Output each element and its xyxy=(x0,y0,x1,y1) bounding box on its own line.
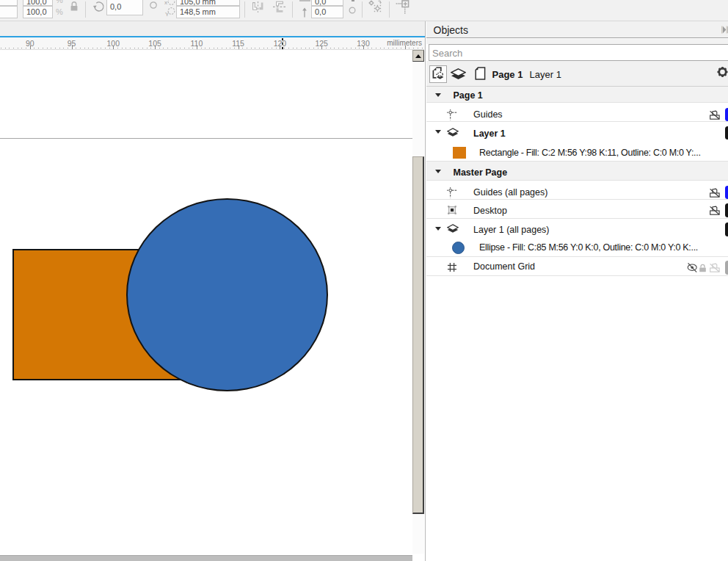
ruler-minor-tick xyxy=(138,48,139,49)
ruler-minor-tick xyxy=(1,48,1,49)
printer-icon[interactable] xyxy=(710,206,720,215)
ruler-minor-tick xyxy=(214,48,214,49)
ruler-minor-tick xyxy=(293,48,294,49)
outline-width-icon-cut xyxy=(299,0,310,1)
expand-triangle-icon[interactable] xyxy=(435,227,441,231)
mirror-horizontal-icon[interactable] xyxy=(252,1,264,13)
search-input[interactable]: Search xyxy=(429,44,728,61)
snap-icon[interactable] xyxy=(368,0,383,15)
circle-icon-2 xyxy=(349,7,356,14)
layers-tree: Page 1 Guides Layer 1 Rectangle - Fill: … xyxy=(426,87,728,276)
expand-triangle-icon[interactable] xyxy=(435,170,441,173)
gear-icon[interactable] xyxy=(717,65,728,79)
rotate-icon xyxy=(92,1,106,13)
collapse-docker-icon[interactable] xyxy=(721,26,728,34)
offset-y-field[interactable]: 0,0 xyxy=(311,6,343,18)
lock-icon[interactable] xyxy=(699,264,707,272)
tree-row-label: Layer 1 (all pages) xyxy=(473,225,550,235)
lock-ratio-icon[interactable] xyxy=(70,1,79,12)
ruler-minor-tick xyxy=(109,48,110,49)
tree-row-label: Master Page xyxy=(454,167,508,178)
desktop-icon xyxy=(447,205,457,215)
cut-icon-remnant xyxy=(352,0,355,1)
drawing-canvas[interactable] xyxy=(0,50,425,561)
tree-row-guidesall[interactable]: Guides (all pages) xyxy=(426,181,728,200)
ruler-label: 95 xyxy=(68,39,76,48)
grid-icon xyxy=(447,262,457,272)
scale-x-field[interactable]: 100,0 xyxy=(23,0,53,6)
ruler-minor-tick xyxy=(422,48,423,49)
tree-row-master[interactable]: Master Page xyxy=(426,162,728,181)
rectangle-color-swatch[interactable] xyxy=(453,147,466,159)
tree-row-desktop[interactable]: Desktop xyxy=(426,200,728,219)
objects-docker: Objects Search xyxy=(426,21,728,561)
printer-icon[interactable] xyxy=(710,188,720,198)
printer-light-icon[interactable] xyxy=(710,263,720,272)
mirror-vertical-icon[interactable] xyxy=(272,1,286,13)
separator xyxy=(292,1,293,18)
layer-color-bar[interactable] xyxy=(725,108,728,122)
layer-color-bar[interactable] xyxy=(725,222,728,236)
layer-color-bar[interactable] xyxy=(725,126,728,140)
ruler-minor-tick xyxy=(305,48,306,49)
horizontal-scrollbar-thumb[interactable] xyxy=(0,555,412,561)
page-icon[interactable] xyxy=(475,67,486,80)
ruler-minor-tick xyxy=(251,48,252,49)
tree-row-docgrid[interactable]: Document Grid xyxy=(426,257,728,276)
vertical-scrollbar-up-button[interactable] xyxy=(412,50,424,62)
ruler-area: millimeters 9095100105110115120125130 xyxy=(0,21,425,50)
ruler-minor-tick xyxy=(80,48,81,49)
tree-row-page1[interactable]: Page 1 xyxy=(426,87,728,103)
search-placeholder: Search xyxy=(432,48,462,59)
ruler-label: 100 xyxy=(107,39,120,48)
tree-row-label: Guides (all pages) xyxy=(473,187,547,198)
treat-as-filled-icon[interactable] xyxy=(393,0,410,18)
layer-color-bar[interactable] xyxy=(725,186,728,200)
position-x-field[interactable] xyxy=(0,0,18,6)
position-y-field[interactable] xyxy=(0,6,18,18)
ruler-minor-tick xyxy=(217,48,218,49)
panel-gap xyxy=(426,39,728,44)
tree-row-ellipse[interactable]: Ellipse - Fill: C:85 M:56 Y:0 K:0, Outli… xyxy=(426,238,728,257)
ruler-minor-tick xyxy=(189,48,189,49)
canvas-ellipse-shape[interactable] xyxy=(126,198,328,391)
scale-y-field[interactable]: 100,0 xyxy=(23,6,53,18)
active-layer-label[interactable]: Layer 1 xyxy=(530,69,561,80)
layers-icon[interactable] xyxy=(451,68,466,80)
printer-icon[interactable] xyxy=(710,110,720,120)
tree-row-layer1[interactable]: Layer 1 xyxy=(426,122,728,142)
layer-color-bar[interactable] xyxy=(725,203,728,217)
ellipse-color-swatch[interactable] xyxy=(452,242,465,254)
ruler-label: 125 xyxy=(315,39,328,48)
ruler-minor-tick xyxy=(92,48,93,49)
ruler-label: 120 xyxy=(274,39,287,48)
size-height-field[interactable]: 148,5 mm xyxy=(176,6,240,18)
tree-row-rectangle[interactable]: Rectangle - Fill: C:2 M:56 Y:98 K:11, Ou… xyxy=(426,142,728,162)
tree-row-guides[interactable]: Guides xyxy=(426,103,728,122)
percent-sign-bottom: % xyxy=(56,7,63,16)
vertical-scrollbar-thumb[interactable] xyxy=(412,156,424,514)
rotation-angle-field[interactable]: 0,0 xyxy=(106,0,143,15)
ruler-minor-tick xyxy=(376,48,376,49)
tree-row-label: Desktop xyxy=(473,206,507,216)
ruler-major-tick xyxy=(405,46,406,49)
expand-triangle-icon[interactable] xyxy=(435,93,441,97)
ruler-minor-tick xyxy=(413,48,414,49)
circle-icon-1 xyxy=(150,1,157,9)
layer-icon xyxy=(447,128,459,138)
ruler-minor-tick xyxy=(255,48,255,49)
ruler-minor-tick xyxy=(88,48,89,49)
layer-color-bar[interactable] xyxy=(725,261,728,275)
docker-title-bar: Objects xyxy=(426,21,728,38)
size-width-field[interactable]: 105,0 mm xyxy=(176,0,240,6)
show-object-properties-button[interactable] xyxy=(429,65,447,83)
ruler-minor-tick xyxy=(159,48,160,49)
active-page-label[interactable]: Page 1 xyxy=(492,69,523,80)
page-layers-icon xyxy=(430,66,446,82)
expand-triangle-icon[interactable] xyxy=(435,130,441,134)
ruler-minor-tick xyxy=(209,48,210,49)
eye-hidden-icon[interactable] xyxy=(687,262,698,273)
horizontal-ruler[interactable]: millimeters 9095100105110115120125130 xyxy=(0,37,424,50)
tree-row-layer1all[interactable]: Layer 1 (all pages) xyxy=(426,219,728,238)
offset-x-field[interactable]: 0,0 xyxy=(311,0,343,6)
